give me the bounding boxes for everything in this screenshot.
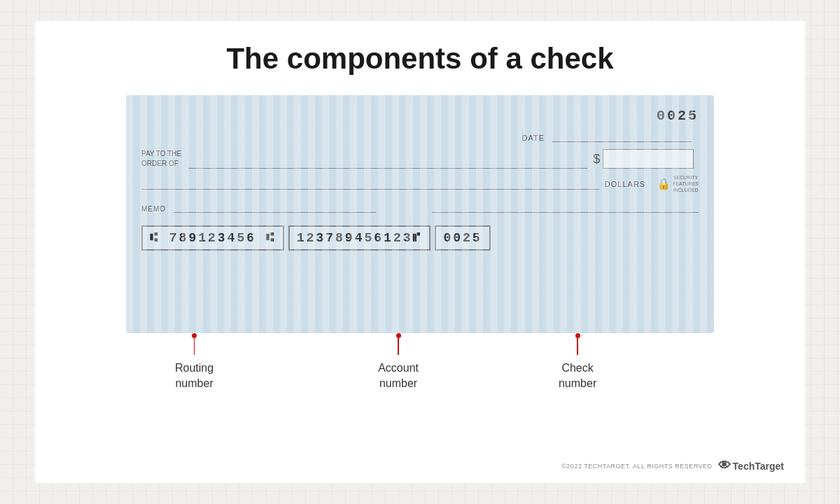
micr-routing-box: ⑆ 789123456 ⑆ bbox=[141, 225, 284, 251]
page-container: The components of a check 0025 DATE PAY … bbox=[35, 21, 805, 483]
account-dot bbox=[396, 333, 401, 338]
check-line bbox=[577, 338, 578, 355]
techtarget-logo: 👁 TechTarget bbox=[718, 458, 784, 473]
eye-icon: 👁 bbox=[718, 458, 731, 473]
micr-row: ⑆ 789123456 ⑆ 123789456123⑈ 0025 bbox=[141, 225, 699, 251]
check-number-label: Checknumber bbox=[559, 333, 596, 392]
memo-label: MEMO bbox=[141, 205, 166, 213]
payto-row: PAY TO THEORDER OF $ bbox=[141, 149, 699, 169]
routing-dot bbox=[192, 333, 197, 338]
dollar-sign: $ bbox=[593, 152, 600, 167]
signature-line bbox=[432, 202, 699, 213]
memo-row: MEMO bbox=[141, 202, 699, 213]
page-title: The components of a check bbox=[226, 42, 613, 76]
amount-box: $ bbox=[593, 149, 694, 169]
micr-check-box: 0025 bbox=[435, 225, 490, 251]
routing-label-text: Routingnumber bbox=[175, 360, 214, 392]
micr-account-box: 123789456123⑈ bbox=[288, 225, 431, 251]
labels-area: Routingnumber Accountnumber Checknumber bbox=[126, 333, 714, 392]
account-line bbox=[398, 338, 399, 355]
lock-icon: 🔒 bbox=[657, 177, 671, 190]
date-row: DATE bbox=[141, 131, 699, 142]
micr-account-number: 123789456123⑈ bbox=[297, 231, 423, 245]
brand-name: TechTarget bbox=[733, 461, 784, 472]
footer: ©2022 TECHTARGET. ALL RIGHTS RESERVED 👁 … bbox=[561, 458, 784, 473]
security-badge: 🔒 SECURITYFEATURESINCLUDED bbox=[657, 174, 699, 193]
routing-line bbox=[194, 338, 195, 355]
account-label-text: Accountnumber bbox=[378, 360, 419, 392]
dollars-label: DOLLARS bbox=[605, 180, 645, 188]
date-label: DATE bbox=[522, 134, 545, 142]
memo-line bbox=[173, 202, 376, 213]
micr-routing-number: ⑆ 789123456 ⑆ bbox=[150, 231, 276, 245]
security-text: SECURITYFEATURESINCLUDED bbox=[673, 174, 699, 193]
check-diagram: 0025 DATE PAY TO THEORDER OF $ DOLLARS 🔒… bbox=[126, 95, 714, 333]
check-dot bbox=[575, 333, 580, 338]
copyright-text: ©2022 TECHTARGET. ALL RIGHTS RESERVED bbox=[561, 463, 712, 470]
routing-number-label: Routingnumber bbox=[175, 333, 214, 392]
check-label-text: Checknumber bbox=[559, 360, 596, 392]
payto-label: PAY TO THEORDER OF bbox=[141, 149, 181, 169]
payto-line bbox=[188, 158, 587, 169]
dollars-row: DOLLARS 🔒 SECURITYFEATURESINCLUDED bbox=[141, 174, 699, 193]
micr-check-number: 0025 bbox=[443, 231, 482, 245]
account-number-label: Accountnumber bbox=[378, 333, 419, 392]
dollars-line bbox=[141, 178, 599, 190]
check-number-display: 0025 bbox=[141, 108, 699, 124]
amount-input-box bbox=[603, 149, 694, 169]
date-line bbox=[552, 131, 692, 142]
